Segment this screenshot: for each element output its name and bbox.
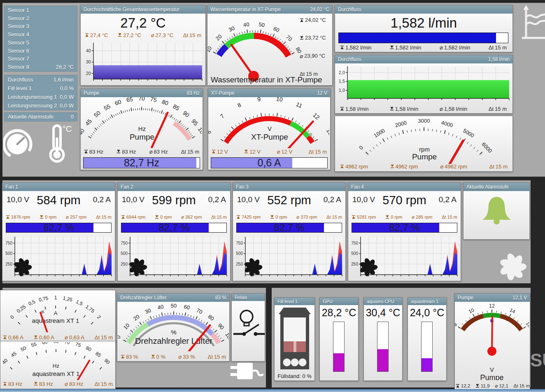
- svg-text:45: 45: [10, 350, 18, 358]
- svg-text:12: 12: [489, 303, 495, 309]
- panel-header: Fan 2: [118, 183, 230, 191]
- list-item[interactable]: Sensor 828,2 °C: [5, 63, 77, 71]
- panel-header: XT-Pumpe12 V: [208, 89, 330, 97]
- temp-tube: [421, 322, 433, 372]
- fan-power-bar: 82,7 %: [6, 223, 112, 233]
- list-item[interactable]: Sensor 7: [5, 55, 77, 63]
- aquastream-current-panel: 00,250,50,7511,251,51,752Aaquastream XT …: [0, 290, 116, 343]
- list-item[interactable]: Leistungsmessung 10,0 W: [5, 93, 77, 101]
- svg-text:10: 10: [122, 322, 131, 331]
- fan-controller-panel: Drehzahlregler Lüfter83 % 01020304050607…: [117, 293, 230, 362]
- stat-avg: ⌀33 %: [178, 353, 195, 360]
- svg-text:60: 60: [183, 303, 190, 311]
- watermark: SU: [530, 350, 545, 371]
- alarm-level-list[interactable]: Aktuelle Alarmstufe0: [4, 112, 77, 121]
- stat-avg: ⌀257 rpm: [66, 214, 86, 220]
- relay-panel: Relais: [231, 293, 265, 362]
- svg-text:10: 10: [468, 307, 475, 315]
- stat-dt: Δt15 m: [300, 71, 318, 77]
- svg-text:40: 40: [1, 357, 9, 366]
- stat-max: 83 Hz: [3, 381, 22, 387]
- stat-min: 83 Hz: [34, 381, 53, 387]
- bell-icon: [475, 192, 518, 236]
- svg-text:6: 6: [208, 129, 212, 135]
- fan-icon-large: [496, 250, 529, 283]
- top-edge: [0, 0, 545, 3]
- gpu-temp-panel: GPU 28,2 °C: [319, 297, 359, 381]
- panel-header: Durchfluss1,58 l/min: [335, 55, 512, 63]
- aquastream-current-gauge: 00,250,50,7511,251,51,752Aaquastream XT …: [0, 291, 114, 332]
- knob-icon[interactable]: [3, 128, 33, 158]
- stat-min: 83 Hz: [116, 149, 136, 155]
- stat-max: 12,2: [456, 383, 470, 388]
- panel-header: Fan 1: [2, 183, 115, 191]
- svg-text:0: 0: [358, 145, 364, 151]
- stat-avg: ⌀1,582 l/min: [440, 44, 470, 51]
- svg-text:60: 60: [114, 98, 122, 107]
- panel-header: aquaero CPU: [364, 298, 402, 305]
- svg-text:13: 13: [325, 127, 329, 136]
- list-item[interactable]: Sensor 2: [5, 14, 77, 23]
- stat-avg: ⌀362 rpm: [181, 214, 202, 220]
- svg-text:750: 750: [236, 241, 243, 245]
- panel-header: Pumpe12,1 V: [455, 294, 530, 302]
- fan1-panel: Fan 1 10,0 V 584 rpm 0,2 A 1876 rpm0 rpm…: [2, 182, 115, 281]
- aquastream-hz-panel: 4045505560657075808590Hzaquastream XT 1 …: [0, 341, 116, 389]
- xt-pump-bar: 0,6 A: [211, 157, 328, 168]
- svg-text:0: 0: [118, 334, 122, 340]
- list-item[interactable]: Sensor 3: [5, 22, 77, 30]
- list-item[interactable]: Leistungsmessung 20,0 W: [5, 101, 77, 110]
- fan2-panel: Fan 2 10,0 V 599 rpm 0,2 A 6944 rpm0 rpm…: [117, 182, 231, 281]
- list-item[interactable]: Sensor 6: [5, 47, 77, 55]
- svg-text:750: 750: [351, 241, 358, 245]
- svg-text:9: 9: [257, 97, 261, 103]
- list-item[interactable]: Fill level 10,0 %: [5, 84, 77, 93]
- relay-switch-icon[interactable]: [232, 303, 265, 352]
- panel-header: Durchfluss: [335, 5, 512, 14]
- fan-icon: [357, 256, 380, 278]
- stat-max: 27,4 °C: [85, 32, 108, 38]
- svg-text:7: 7: [219, 113, 226, 120]
- svg-text:100: 100: [197, 126, 202, 138]
- svg-text:85: 85: [94, 350, 102, 358]
- svg-text:Pumpe: Pumpe: [480, 373, 503, 380]
- list-item[interactable]: Durchfluss1,6 l/min: [5, 75, 77, 84]
- chart-lines-icon[interactable]: [520, 3, 545, 41]
- svg-text:20: 20: [214, 33, 223, 42]
- stats-row: 12,211,9⌀12,1Δt15 m: [456, 383, 530, 389]
- flow-value-panel: Durchfluss 1,582 l/min 1,582 l/min1,582 …: [335, 5, 513, 52]
- list-item[interactable]: Sensor 1: [5, 6, 77, 14]
- list-item[interactable]: Sensor 4: [5, 30, 77, 39]
- sensor-list: Sensor 1 Sensor 2 Sensor 3 Sensor 4 Sens…: [4, 6, 77, 72]
- svg-text:40: 40: [243, 21, 249, 28]
- fan3-panel: Fan 3 10,0 V 552 rpm 0,2 A 7425 rpm0 rpm…: [233, 182, 346, 281]
- svg-text:1,75: 1,75: [84, 304, 95, 314]
- svg-text:11: 11: [295, 101, 303, 110]
- stats-row: 83 %0 %⌀33 %Δt15 m: [121, 353, 226, 360]
- pump-hz-gauge: 404550556065707580859095100HzPumpe: [81, 97, 202, 148]
- measure-list: Durchfluss1,6 l/min Fill level 10,0 % Le…: [4, 75, 77, 110]
- fan-power-bar: 82,7 %: [352, 223, 457, 233]
- list-item[interactable]: Sensor 5: [5, 39, 77, 47]
- svg-text:1000: 1000: [373, 127, 386, 139]
- svg-text:aquastream XT 1: aquastream XT 1: [32, 317, 79, 324]
- svg-text:70: 70: [285, 34, 293, 42]
- svg-text:Hz: Hz: [53, 363, 59, 369]
- panel-header: Aktuelle Alarmstufe: [463, 183, 529, 191]
- svg-text:60: 60: [42, 342, 48, 345]
- stat-max: 5281 rpm: [352, 215, 376, 219]
- svg-text:0: 0: [9, 314, 15, 320]
- svg-text:100: 100: [224, 331, 229, 342]
- svg-text:80: 80: [161, 98, 169, 107]
- stats-row: 12 V12 V⌀12 VΔt15 m: [212, 148, 327, 155]
- fan-icon: [12, 256, 34, 278]
- svg-text:XT-Pumpe: XT-Pumpe: [251, 133, 288, 141]
- stat-avg: ⌀0,63 A: [65, 334, 84, 341]
- fan-current: 0,2 A: [93, 195, 111, 204]
- panel-header: Fan 3: [233, 183, 345, 191]
- fan-icon: [127, 256, 149, 278]
- avg-water-temp-panel: Durchschnittliche Gesamtwassertemperatur…: [80, 5, 206, 86]
- flow-chart-panel: Durchfluss1,58 l/min 1,01,52,0 1,58 l/mi…: [335, 55, 513, 114]
- stat-max: 24,02 °C: [300, 17, 326, 23]
- svg-text:°C: °C: [63, 124, 72, 133]
